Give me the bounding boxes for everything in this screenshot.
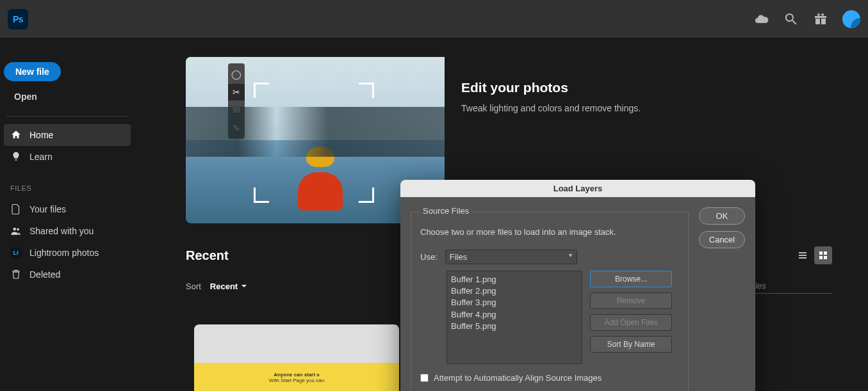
source-files-fieldset: Source Files Choose two or more files to… bbox=[411, 207, 689, 391]
search-icon[interactable] bbox=[783, 12, 799, 27]
fieldset-desc: Choose two or more files to load into an… bbox=[420, 227, 679, 237]
sort-by-name-button[interactable]: Sort By Name bbox=[590, 336, 672, 353]
hero-title: Edit your photos bbox=[461, 80, 641, 95]
grid-view-button[interactable] bbox=[814, 246, 832, 264]
people-icon bbox=[10, 225, 22, 237]
sort-label: Sort bbox=[186, 282, 201, 291]
sidebar-item-label: Shared with you bbox=[29, 226, 94, 236]
gift-icon[interactable] bbox=[813, 12, 828, 27]
eyedropper-icon: ✎ bbox=[228, 120, 245, 136]
sidebar-item-home[interactable]: Home bbox=[4, 124, 131, 146]
align-checkbox[interactable] bbox=[420, 374, 429, 382]
open-button[interactable]: Open bbox=[4, 85, 131, 108]
sidebar-item-label: Lightroom photos bbox=[29, 248, 99, 258]
sidebar-item-label: Your files bbox=[29, 204, 66, 214]
divider bbox=[6, 116, 128, 116]
list-item[interactable]: Buffer 2.png bbox=[451, 285, 578, 297]
tool-strip: ◯ ✂ ✉ ✎ bbox=[228, 63, 245, 139]
trash-icon bbox=[10, 269, 22, 280]
card-line1: Anyone can start s bbox=[201, 372, 393, 378]
sort-value: Recent bbox=[210, 282, 238, 291]
card-line2: With Start Page you can bbox=[201, 378, 393, 383]
start-page-card[interactable]: Anyone can start s With Start Page you c… bbox=[194, 324, 399, 391]
new-file-button[interactable]: New file bbox=[4, 62, 61, 81]
sidebar-item-deleted[interactable]: Deleted bbox=[4, 264, 131, 285]
person-illustration bbox=[295, 147, 346, 223]
list-item[interactable]: Buffer 5.png bbox=[451, 321, 578, 332]
sidebar-item-shared[interactable]: Shared with you bbox=[4, 220, 131, 242]
content: ◯ ✂ ✉ ✎ Edit your photos Tweak lighting … bbox=[135, 38, 868, 391]
cancel-button[interactable]: Cancel bbox=[699, 231, 745, 248]
add-open-files-button[interactable]: Add Open Files bbox=[590, 314, 672, 331]
sidebar: New file Open Home Learn FILES Your file… bbox=[0, 38, 135, 391]
lightroom-icon: Lr bbox=[10, 247, 22, 259]
sidebar-item-label: Home bbox=[29, 130, 53, 140]
align-label: Attempt to Automatically Align Source Im… bbox=[434, 373, 602, 383]
file-icon bbox=[10, 203, 22, 215]
sort-dropdown[interactable]: Recent bbox=[210, 282, 248, 291]
sidebar-item-label: Learn bbox=[29, 152, 53, 162]
view-toggle bbox=[794, 246, 832, 264]
crop-icon: ✂ bbox=[228, 84, 245, 100]
file-list[interactable]: Buffer 1.png Buffer 2.png Buffer 3.png B… bbox=[446, 271, 582, 364]
sidebar-item-lightroom[interactable]: Lr Lightroom photos bbox=[4, 242, 131, 264]
ok-button[interactable]: OK bbox=[699, 207, 745, 225]
files-header: FILES bbox=[4, 168, 131, 198]
list-item[interactable]: Buffer 4.png bbox=[451, 309, 578, 321]
list-item[interactable]: Buffer 1.png bbox=[451, 274, 578, 285]
dialog-title: Load Layers bbox=[400, 180, 755, 197]
list-item[interactable]: Buffer 3.png bbox=[451, 297, 578, 308]
home-icon bbox=[10, 129, 22, 141]
chevron-down-icon bbox=[240, 282, 248, 290]
align-checkbox-row[interactable]: Attempt to Automatically Align Source Im… bbox=[420, 373, 679, 383]
sidebar-item-label: Deleted bbox=[29, 269, 60, 280]
browse-button[interactable]: Browse... bbox=[590, 271, 672, 287]
hero-desc: Tweak lighting and colors and remove thi… bbox=[461, 103, 641, 113]
cloud-icon[interactable] bbox=[754, 12, 769, 27]
lasso-icon: ◯ bbox=[228, 66, 245, 83]
use-label: Use: bbox=[420, 252, 438, 262]
avatar[interactable] bbox=[842, 10, 860, 28]
sidebar-item-learn[interactable]: Learn bbox=[4, 146, 131, 168]
list-view-button[interactable] bbox=[794, 246, 812, 264]
app-logo: Ps bbox=[8, 9, 28, 29]
recent-title: Recent bbox=[186, 248, 229, 263]
remove-button[interactable]: Remove bbox=[590, 292, 672, 309]
load-layers-dialog: Load Layers Source Files Choose two or m… bbox=[400, 180, 755, 391]
topbar: Ps bbox=[0, 0, 868, 38]
use-select[interactable]: Files bbox=[445, 250, 577, 264]
sidebar-item-your-files[interactable]: Your files bbox=[4, 198, 131, 220]
lightbulb-icon bbox=[10, 151, 22, 163]
fieldset-legend: Source Files bbox=[420, 206, 471, 216]
envelope-icon: ✉ bbox=[228, 102, 245, 118]
